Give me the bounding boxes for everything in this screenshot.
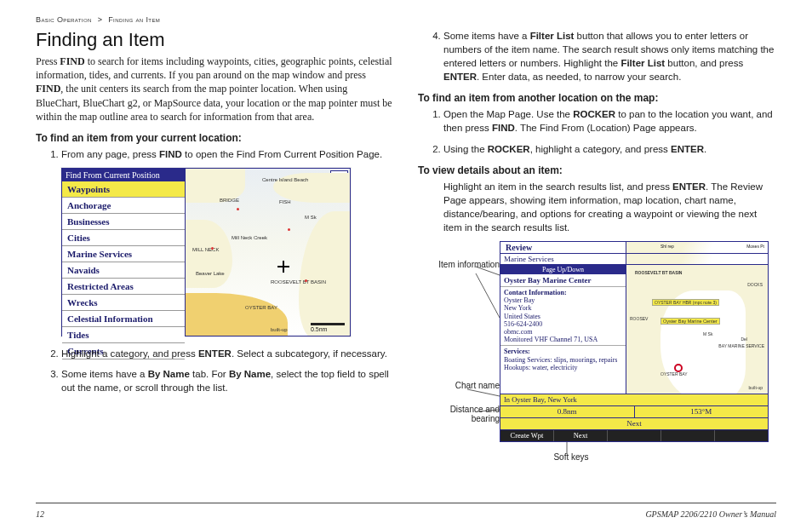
fig2-pageupdown[interactable]: Page Up/Down — [500, 265, 626, 274]
kw-enter: ENTER — [672, 181, 706, 192]
subhead-other-location: To find an item from another location on… — [418, 92, 776, 104]
fig1-item-waypoints[interactable]: Waypoints — [62, 181, 185, 198]
kw-find: FIND — [60, 55, 84, 67]
steps-current-location: From any page, press FIND to open the Fi… — [36, 147, 394, 161]
kw-rocker: ROCKER — [488, 144, 530, 154]
t: Some items have a — [61, 369, 148, 379]
kw-byname: By Name — [229, 369, 271, 379]
fig2-softkeys: Create Wpt Next — [500, 429, 768, 441]
map-label: built-up — [749, 385, 763, 390]
softkey-next[interactable]: Next — [554, 430, 608, 441]
target-icon — [674, 364, 683, 372]
fig1-item[interactable]: Restricted Areas — [62, 279, 185, 295]
kw-rocker: ROCKER — [573, 109, 615, 119]
kw-enter: ENTER — [198, 348, 232, 359]
t: tab. For — [190, 369, 229, 379]
figure-review-page: Review Shl rep Moses Pt Marine Services … — [500, 241, 769, 442]
fig2-dist-row: 0.8nm 153°M — [500, 405, 768, 417]
figure-review-block: Item information Chart name Distance and… — [418, 241, 776, 463]
map-label: MILL NECK — [192, 247, 219, 252]
map-label: ROOSEVELT BT BASIN — [635, 270, 682, 275]
t: , highlight a category, and press — [530, 144, 671, 154]
fig2-chart-row: In Oyster Bay, New York — [500, 394, 768, 405]
t: . Select a subcategory, if necessary. — [232, 348, 387, 359]
map-label: DOCKS — [747, 282, 763, 287]
fig2-item-name: Oyster Bay Marine Center — [500, 274, 626, 287]
map-label: OYSTER BAY — [245, 305, 277, 310]
kw-find: FIND — [36, 83, 60, 95]
fig1-item[interactable]: Cities — [62, 230, 185, 246]
fig1-item[interactable]: Businesses — [62, 214, 185, 230]
fig2-tabrow: Marine Services — [500, 254, 768, 265]
kw-filter: Filter List — [620, 58, 665, 68]
intro-paragraph: Press FIND to search for items including… — [36, 55, 394, 124]
fig2-tab[interactable]: Marine Services — [500, 254, 626, 264]
t: button, and press — [665, 58, 743, 68]
figure-find-from-current-position: Find From Current Position Waypoints Anc… — [61, 168, 351, 336]
fig2-map-mini: Shl rep Moses Pt — [626, 242, 768, 253]
fig1-item[interactable]: Tides — [62, 327, 185, 343]
steps-other-location: Open the Map Page. Use the ROCKER to pan… — [418, 107, 776, 155]
callout-soft-keys: Soft keys — [537, 452, 605, 462]
map-label: BAY MARINE SERVICE — [718, 343, 764, 348]
map-label-highlight: Oyster Bay Marine Center — [660, 318, 720, 325]
right-column: Some items have a Filter List button tha… — [418, 29, 776, 463]
t: Press — [36, 55, 60, 67]
step-2: Highlight a category, and press ENTER. S… — [61, 347, 394, 360]
footer: 12 GPSMAP 2206/2210 Owner’s Manual — [36, 509, 776, 519]
kw-enter: ENTER — [671, 144, 704, 154]
fig2-top: Review Shl rep Moses Pt — [500, 242, 768, 254]
fig1-item[interactable]: Navaids — [62, 262, 185, 279]
callout-item-info: Item information — [423, 260, 500, 269]
fig2-distance: 0.8nm — [500, 406, 635, 417]
map-label: Shl rep — [660, 244, 674, 249]
breadcrumb-sep: > — [98, 15, 103, 24]
kw-filter: Filter List — [530, 31, 575, 41]
map-label: built-up — [271, 327, 288, 332]
kw-find: FIND — [159, 149, 182, 159]
softkey-blank[interactable] — [661, 430, 715, 441]
left-column: Finding an Item Press FIND to search for… — [36, 29, 394, 463]
map-label: Moses Pt — [746, 244, 764, 249]
map-cursor-icon — [277, 261, 289, 273]
fig2-info: Page Up/Down Oyster Bay Marine Center Co… — [500, 265, 626, 394]
breadcrumb-b: Finding an Item — [108, 15, 160, 24]
map-label: Mill Neck Creek — [232, 235, 267, 240]
t: Open the Map Page. Use the — [443, 109, 573, 119]
steps-filter: Some items have a Filter List button tha… — [418, 29, 776, 83]
steps-current-location-cont: Highlight a category, and press ENTER. S… — [36, 347, 394, 394]
h: Services: — [504, 348, 622, 355]
fig1-item[interactable]: Anchorage — [62, 198, 185, 214]
fig1-item[interactable]: Wrecks — [62, 295, 185, 311]
fig2-next[interactable]: Next — [500, 417, 768, 429]
t: , the unit centers its search from the m… — [36, 83, 392, 122]
manual-title: GPSMAP 2206/2210 Owner’s Manual — [645, 509, 776, 519]
t: . Enter data, as needed, to narrow your … — [477, 72, 681, 82]
map-label: Del — [741, 336, 747, 342]
t: Highlight an item in the search results … — [443, 181, 672, 192]
fig1-scalebar: 0.5nm — [311, 323, 345, 332]
fig1-map: 3.0 Centre Island Beach BRIDGE FISH M Sk… — [186, 169, 350, 336]
fig1-item[interactable]: Marine Services — [62, 246, 185, 262]
map-label: Centre Island Beach — [262, 177, 308, 182]
services-body: Boating Services: slips, moorings, repai… — [504, 356, 622, 371]
breadcrumb: Basic Operation > Finding an Item — [36, 15, 776, 24]
fig1-item[interactable]: Celestial Information — [62, 311, 185, 327]
view-details-paragraph: Highlight an item in the search results … — [418, 180, 776, 234]
map-label: BRIDGE — [220, 198, 239, 203]
step-1: From any page, press FIND to open the Fi… — [61, 147, 394, 161]
map-label: FISH — [279, 199, 291, 204]
map-label: M Sk — [305, 215, 317, 220]
page-title: Finding an Item — [36, 29, 394, 51]
svg-line-2 — [467, 389, 500, 396]
fig1-menu: Find From Current Position Waypoints Anc… — [62, 169, 186, 336]
h: Contact Information: — [504, 289, 622, 296]
softkey-create-wpt[interactable]: Create Wpt — [500, 430, 554, 441]
softkey-blank[interactable] — [608, 430, 661, 441]
step-2b: Using the ROCKER, highlight a category, … — [443, 142, 776, 156]
t: From any page, press — [61, 149, 159, 159]
softkey-blank[interactable] — [715, 430, 768, 441]
map-label-highlight: OYSTER BAY HBR (mpc note 3) — [652, 299, 719, 306]
kw-byname: By Name — [148, 369, 190, 379]
fig2-bearing: 153°M — [635, 406, 769, 417]
